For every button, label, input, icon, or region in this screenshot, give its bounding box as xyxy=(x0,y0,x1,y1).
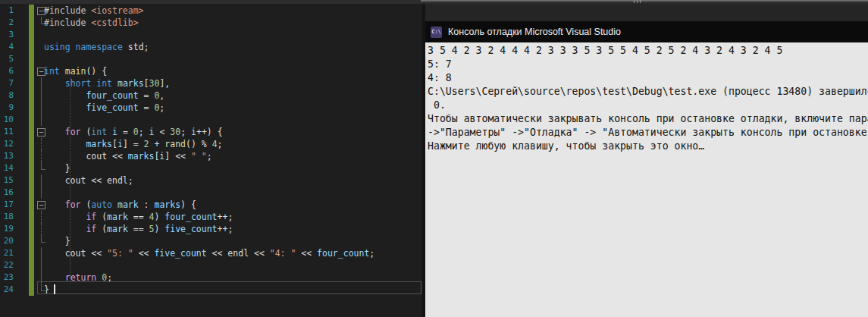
line-number: 23 xyxy=(0,271,14,284)
code-line[interactable]: 1−#include <iostream> xyxy=(0,5,422,17)
line-number: 15 xyxy=(0,174,14,187)
line-number: 12 xyxy=(0,138,14,150)
code-line[interactable]: 10 xyxy=(0,114,422,126)
console-output[interactable]: 3 5 4 2 3 2 4 4 4 2 3 3 3 5 3 5 5 4 5 2 … xyxy=(425,42,868,317)
code-line[interactable]: 3 xyxy=(0,29,422,41)
code-line[interactable]: 18 if (mark == 4) four_count++; xyxy=(0,211,422,223)
line-number: 1 xyxy=(0,5,14,17)
line-number: 5 xyxy=(0,53,14,65)
console-titlebar[interactable]: C:\ Консоль отладки Microsoft Visual Stu… xyxy=(425,21,868,42)
console-line: 0. xyxy=(428,99,868,112)
code-line[interactable]: 16 xyxy=(0,187,422,199)
fold-guide xyxy=(41,150,42,162)
console-line: Чтобы автоматически закрывать консоль пр… xyxy=(428,112,868,126)
fold-guide xyxy=(41,138,42,150)
code-text: #include <cstdlib> xyxy=(44,17,139,29)
code-line[interactable]: 17− for (auto mark : marks) { xyxy=(0,199,422,211)
code-text: #include <iostream> xyxy=(44,5,144,17)
console-line: Нажмите любую клавишу, чтобы закрыть это… xyxy=(428,140,868,153)
fold-guide xyxy=(41,247,42,259)
code-text: cout << marks[i] << " "; xyxy=(44,150,212,162)
console-line: 5: 7 xyxy=(428,58,868,71)
code-line[interactable]: 12 marks[i] = 2 + rand() % 4; xyxy=(0,138,422,150)
code-text: cout << endl; xyxy=(44,174,133,187)
code-text: for (auto mark : marks) { xyxy=(44,199,196,211)
fold-guide xyxy=(41,89,42,102)
console-line: 3 5 4 2 3 2 4 4 4 2 3 3 3 5 3 5 5 4 5 2 … xyxy=(428,44,868,58)
code-text: if (mark == 4) four_count++; xyxy=(44,211,233,223)
fold-guide xyxy=(41,211,42,223)
line-number: 11 xyxy=(0,126,14,138)
code-line[interactable]: 15 cout << endl; xyxy=(0,174,422,187)
code-text: using namespace std; xyxy=(44,41,149,53)
code-line[interactable]: 19 if (mark == 5) five_count++; xyxy=(0,223,422,235)
line-number: 17 xyxy=(0,199,14,211)
console-window[interactable]: C:\ Консоль отладки Microsoft Visual Stu… xyxy=(425,21,868,317)
line-number: 10 xyxy=(0,114,14,126)
code-line[interactable]: 11− for (int i = 0; i < 30; i++) { xyxy=(0,126,422,138)
line-number: 9 xyxy=(0,102,14,114)
line-number: 20 xyxy=(0,235,14,247)
line-number: 16 xyxy=(0,187,14,199)
line-number: 7 xyxy=(0,77,14,89)
splitter-grip[interactable] xyxy=(634,0,641,3)
fold-guide xyxy=(41,114,42,126)
code-text: marks[i] = 2 + rand() % 4; xyxy=(44,138,223,150)
code-line[interactable]: 5 xyxy=(0,53,422,65)
line-number: 13 xyxy=(0,150,14,162)
code-text: short int marks[30], xyxy=(44,77,170,89)
line-number: 8 xyxy=(0,89,14,102)
code-text: four_count = 0, xyxy=(44,89,165,102)
code-text: five_count = 0; xyxy=(44,102,165,114)
code-line[interactable]: 6−int main() { xyxy=(0,65,422,77)
line-number: 21 xyxy=(0,247,14,259)
code-line[interactable]: 20 } xyxy=(0,235,422,247)
code-line[interactable]: 21 cout << "5: " << five_count << endl <… xyxy=(0,247,422,259)
code-line[interactable]: 8 four_count = 0, xyxy=(0,89,422,102)
console-title: Консоль отладки Microsoft Visual Studio xyxy=(448,27,621,37)
line-number: 14 xyxy=(0,162,14,174)
code-text: cout << "5: " << five_count << endl << "… xyxy=(44,247,374,259)
line-number: 2 xyxy=(0,17,14,29)
code-line[interactable]: 7 short int marks[30], xyxy=(0,77,422,89)
fold-guide xyxy=(41,102,42,114)
code-editor[interactable]: 1−#include <iostream>2#include <cstdlib>… xyxy=(0,4,422,317)
line-number: 6 xyxy=(0,65,14,77)
cmd-icon[interactable]: C:\ xyxy=(431,27,442,38)
fold-guide xyxy=(41,174,42,187)
code-line[interactable]: 2#include <cstdlib> xyxy=(0,17,422,29)
code-text: } xyxy=(44,235,71,247)
line-number: 22 xyxy=(0,259,14,271)
line-number: 24 xyxy=(0,284,14,296)
code-line[interactable]: 4using namespace std; xyxy=(0,41,422,53)
code-text: for (int i = 0; i < 30; i++) { xyxy=(44,126,223,138)
console-line: ->"Параметры" ->"Отладка" -> "Автоматиче… xyxy=(428,126,868,140)
text-caret xyxy=(54,284,55,294)
fold-guide xyxy=(41,223,42,235)
fold-guide xyxy=(41,187,42,199)
code-text: } xyxy=(44,162,71,174)
line-number: 4 xyxy=(0,41,14,53)
code-line[interactable]: 9 five_count = 0; xyxy=(0,102,422,114)
line-number: 18 xyxy=(0,211,14,223)
line-number: 19 xyxy=(0,223,14,235)
code-text: int main() { xyxy=(44,65,107,77)
code-text: if (mark == 5) five_count++; xyxy=(44,223,233,235)
current-line-highlight xyxy=(37,281,421,294)
console-line: C:\Users\Сергей\source\repos\test\Debug\… xyxy=(428,85,868,99)
line-number: 3 xyxy=(0,29,14,41)
code-line[interactable]: 22 xyxy=(0,259,422,271)
top-strip-highlight xyxy=(421,0,868,2)
code-line[interactable]: 13 cout << marks[i] << " "; xyxy=(0,150,422,162)
console-line: 4: 8 xyxy=(428,71,868,85)
fold-guide xyxy=(41,259,42,271)
fold-guide xyxy=(41,77,42,89)
code-line[interactable]: 14 } xyxy=(0,162,422,174)
